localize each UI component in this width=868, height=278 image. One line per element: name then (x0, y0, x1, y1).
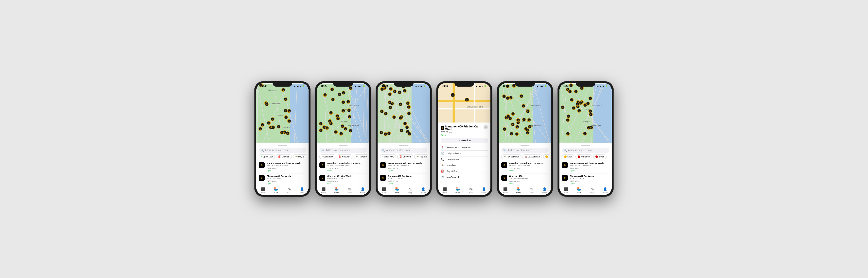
tab-home[interactable]: ⬛ Home (378, 187, 391, 194)
store-item-1[interactable]: S Chevron 491 Car Wash 6005 GALL BLVD 74… (259, 173, 306, 186)
wifi-icon: ▲ (415, 85, 417, 87)
tab-profile[interactable]: 👤 Profile (599, 187, 612, 194)
search-bar[interactable]: 🔍 Address or store name (319, 148, 367, 153)
tab-shop[interactable]: 🛍 Shop (586, 187, 599, 194)
search-bar[interactable]: 🔍 Address or store name (562, 148, 609, 153)
filter-chip-0[interactable]: Shell (562, 154, 574, 159)
store-distance: 7397.83 km (327, 167, 367, 170)
store-item-0[interactable]: S Marathon 609 Friction Car Wash 4640 W.… (501, 161, 549, 173)
svg-text:S: S (518, 122, 519, 124)
store-item-0[interactable]: S Marathon 609 Friction Car Wash 4640 W.… (562, 161, 609, 173)
svg-text:Wellington: Wellington (268, 89, 276, 91)
store-logo: S (501, 175, 507, 181)
tab-profile[interactable]: 👤 Profile (538, 187, 551, 194)
search-bar[interactable]: 🔍 Address or store name (501, 148, 549, 153)
tab-home[interactable]: ⬛ Home (559, 187, 572, 194)
tab-home[interactable]: ⬛ Home (317, 187, 330, 194)
store-status: Open (388, 182, 427, 184)
filter-chip-2[interactable]: 💳Pay at Pump (414, 154, 427, 159)
store-info: Chevron 491 Car Wash 6005 GALL BLVD 7465… (388, 175, 427, 184)
drag-handle[interactable] (521, 145, 529, 146)
wash-icon: 🚿 (441, 175, 444, 179)
tab-stores[interactable]: 🏪 Stores (269, 187, 282, 194)
svg-text:S: S (511, 133, 512, 135)
svg-text:S: S (521, 96, 522, 97)
svg-text:S: S (579, 110, 580, 112)
tab-icon-profile: 👤 (300, 187, 304, 191)
svg-text:W Eau Gallie Blvd: W Eau Gallie Blvd (467, 106, 483, 108)
filter-chip-0[interactable]: 💳Pay at Pump (501, 154, 521, 159)
tab-home[interactable]: ⬛ Home (438, 187, 451, 194)
store-item-1[interactable]: S Chevron 491 Car Wash 6005 GALL BLVD 74… (562, 173, 609, 186)
store-item-1[interactable]: S Chevron 491 Car Wash 6005 GALL BLVD 74… (380, 173, 427, 186)
drag-handle[interactable] (399, 145, 408, 146)
tab-icon-stores: 🏪 (274, 187, 278, 191)
tab-icon-home: ⬛ (261, 187, 265, 191)
filter-chip-0[interactable]: ●Open Now (259, 154, 275, 159)
svg-text:S: S (392, 103, 393, 105)
store-name: Marathon 609 Friction Car Wash (388, 162, 427, 165)
filter-chip-2[interactable]: 💳Pay at Pump (293, 154, 306, 159)
tab-shop[interactable]: 🛍 Shop (525, 187, 538, 194)
tab-stores[interactable]: 🏪 Stores (391, 187, 404, 194)
status-bar: 19:29 ▲ ●●● 🔋 (256, 83, 309, 88)
filter-chip-1[interactable]: 🚗MaxCarwash (522, 154, 542, 159)
detail-header: S Marathon 609 Friction Car Wash 7397.83… (441, 125, 488, 136)
svg-text:Biscayne: Biscayne (340, 120, 347, 123)
svg-text:S: S (324, 127, 325, 129)
search-bar[interactable]: 🔍 Address or store name (380, 148, 427, 153)
filter-chip-0[interactable]: ●Open Now (380, 154, 396, 159)
shell-brand-icon (546, 155, 548, 158)
tab-stores[interactable]: 🏪 Stores (512, 187, 525, 194)
tab-stores[interactable]: 🏪 Stores (330, 187, 343, 194)
store-item-0[interactable]: S Marathon 609 Friction Car Wash 4640 W.… (380, 161, 427, 173)
tab-stores[interactable]: 🏪 Stores (451, 187, 464, 194)
drag-handle[interactable] (339, 145, 347, 146)
tab-profile[interactable]: 👤 Profile (477, 187, 490, 194)
filter-chip-2[interactable]: 💳Pay at Pump (354, 154, 367, 159)
detail-wash: MaxCarwash (446, 176, 460, 178)
store-item-0[interactable]: S Marathon 609 Friction Car Wash 4640 W.… (319, 161, 367, 173)
tab-shop[interactable]: 🛍 Shop (343, 187, 356, 194)
filter-chip-2[interactable]: Shell (543, 154, 549, 159)
svg-text:S: S (507, 98, 508, 99)
filter-chip-0[interactable]: ●Open Now (319, 154, 335, 159)
tab-profile[interactable]: 👤 Profile (356, 187, 369, 194)
phone-wrapper-3: 19:29 ▲ ●●● 🔋 SSSSSSSSSSSSSSSSSSSSSSSSSS… (376, 81, 432, 197)
clock-icon: 🕐 (441, 152, 444, 155)
filter-chip-1[interactable]: ⛽Chevron (397, 154, 413, 159)
tab-home[interactable]: ⬛ Home (499, 187, 512, 194)
tab-stores[interactable]: 🏪 Stores (572, 187, 586, 194)
svg-text:S: S (466, 99, 467, 101)
tab-shop[interactable]: 🛍 Shop (282, 187, 296, 194)
phone-5: 19:31 ▲ ●●● 🔋 MiamiMiami BeachKey Biscay… (497, 81, 553, 197)
detail-close-button[interactable]: ✕ (484, 125, 488, 129)
tab-home[interactable]: ⬛ Home (256, 187, 269, 194)
tab-shop[interactable]: 🛍 Shop (464, 187, 477, 194)
svg-text:S: S (567, 89, 568, 91)
store-item-1[interactable]: S Chevron 480 140 Federal Highway 7486.4… (501, 173, 549, 186)
tab-profile[interactable]: 👤 Profile (417, 187, 430, 194)
drag-handle[interactable] (581, 145, 590, 146)
store-address: 4640 W. Eau Gallie Blvd. (509, 165, 549, 167)
filter-chip-1[interactable]: ⛽Chevron (337, 154, 352, 159)
svg-text:S: S (288, 121, 289, 122)
filter-chip-1[interactable]: ⛽Chevron (276, 154, 291, 159)
svg-text:S: S (339, 94, 340, 96)
pay-pump-icon: 💳 (503, 155, 506, 158)
store-item-1[interactable]: S Chevron 491 Car Wash 6005 GALL BLVD 74… (319, 173, 367, 186)
store-item-0[interactable]: S Marathon 609 Friction Car Wash 4640 W.… (259, 161, 306, 173)
direction-button[interactable]: ⬡ Direction (441, 138, 488, 143)
tab-profile[interactable]: 👤 Profile (296, 187, 309, 194)
filter-chip-2[interactable]: Exxon (593, 154, 607, 159)
status-icons: ▲ ●●● 🔋 (294, 85, 305, 87)
chip-label: Chevron (403, 155, 411, 158)
detail-brand: Marathon (446, 164, 456, 167)
filter-chip-1[interactable]: Marathon (576, 154, 592, 159)
search-bar[interactable]: 🔍 Address or store name (259, 148, 306, 153)
phone-row[interactable]: 📞 772-403-3692 (441, 157, 488, 162)
svg-text:S: S (324, 95, 326, 96)
tab-bar: ⬛ Home 🏪 Stores 🛍 Shop 👤 Profile (378, 186, 430, 195)
tab-shop[interactable]: 🛍 Shop (404, 187, 417, 194)
drag-handle[interactable] (278, 145, 287, 146)
